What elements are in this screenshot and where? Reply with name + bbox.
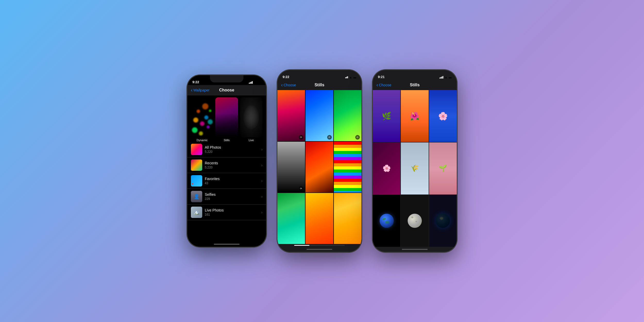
back-arrow-3	[376, 82, 378, 88]
status-icons-1: ▲ ▬	[249, 81, 261, 84]
stills-cell-3-r2c3[interactable]: 🌱	[429, 142, 457, 194]
back-arrow-2	[281, 82, 283, 88]
back-button-1[interactable]: Wallpaper	[191, 87, 209, 93]
favorites-name: Favorites	[205, 177, 259, 181]
nav-bar-3: Choose Stills	[373, 80, 457, 90]
stills-cell-r1c1[interactable]: ⟳	[277, 90, 305, 141]
phone-notch-1	[210, 75, 243, 82]
back-button-3[interactable]: Choose	[376, 82, 391, 88]
stills-cell-3-r2c2[interactable]: 🌾	[401, 142, 428, 194]
recents-name: Recents	[205, 161, 259, 165]
back-label-2: Choose	[284, 83, 296, 87]
selfies-count: 229	[205, 197, 259, 201]
library-item-selfies[interactable]: 👤 Selfies 229 ›	[187, 189, 266, 205]
stills-cell-r3c1[interactable]	[277, 193, 305, 244]
stills-cell-3-r1c1[interactable]: 🌿	[373, 90, 400, 142]
all-photos-count: 5,220	[205, 150, 259, 154]
selfies-name: Selfies	[205, 192, 259, 197]
phone-2-screen: 9:22 ▲ ▬ Choose Stills	[277, 70, 361, 252]
all-photos-info: All Photos 5,220	[202, 145, 261, 154]
status-icons-2: ▲ ▬	[345, 76, 356, 79]
signal-icon-2	[345, 76, 348, 78]
library-item-recents[interactable]: Recents 5,220 ›	[187, 157, 266, 173]
battery-icon-1: ▬	[258, 81, 261, 84]
phone-notch-3	[398, 70, 431, 77]
dynamic-label: Dynamic	[197, 139, 208, 142]
stills-cell-r1c2[interactable]: ⟳	[306, 90, 333, 141]
wifi-icon-3: ▲	[445, 76, 447, 79]
favorites-chevron: ›	[261, 179, 262, 183]
phone-2: 9:22 ▲ ▬ Choose Stills	[277, 70, 362, 252]
live-photos-info: Live Photos 161	[202, 208, 261, 216]
scroll-area-2	[277, 244, 361, 247]
status-time-2: 9:22	[283, 75, 289, 79]
wifi-icon-1: ▲	[254, 81, 257, 84]
stills-thumb	[215, 97, 238, 137]
recents-chevron: ›	[261, 163, 262, 167]
recents-thumb	[191, 159, 202, 171]
stills-cell-r2c2[interactable]	[306, 142, 333, 193]
live-photos-chevron: ›	[261, 210, 262, 214]
favorites-info: Favorites 43	[202, 177, 261, 185]
home-indicator-3	[373, 247, 457, 252]
wifi-icon-2: ▲	[349, 76, 352, 79]
phone-notch-2	[303, 70, 336, 77]
favorites-count: 43	[205, 181, 259, 185]
battery-icon-3: ▬	[449, 76, 452, 79]
home-bar-3	[402, 249, 428, 250]
signal-icon-1	[249, 81, 253, 84]
home-indicator-1	[187, 242, 266, 247]
selfies-chevron: ›	[261, 194, 262, 199]
stills-cell-3-r3c3[interactable]	[429, 195, 457, 247]
moon-orb	[408, 214, 422, 228]
stills-grid-3: 🌿 🌺 🌸 🌸 🌾	[373, 90, 457, 247]
stills-cell-r3c2[interactable]	[306, 193, 333, 244]
category-stills[interactable]: Stills	[215, 97, 238, 142]
category-dynamic[interactable]: Dynamic	[191, 97, 213, 142]
home-bar-2	[307, 249, 332, 250]
recents-info: Recents 5,220	[202, 161, 261, 169]
toggle-r1c1[interactable]: ⟳	[299, 135, 303, 140]
library-item-live-photos[interactable]: 🏔️ Live Photos 161 ›	[187, 205, 266, 220]
stills-cell-3-r3c2[interactable]	[401, 195, 428, 247]
nav-bar-1: Wallpaper Choose	[187, 85, 266, 95]
all-photos-name: All Photos	[205, 145, 259, 149]
category-live[interactable]: Live	[240, 97, 262, 142]
stills-label: Stills	[224, 139, 230, 142]
phone-1: 9:22 ▲ ▬ Wallpaper Choose	[187, 75, 267, 247]
live-thumb	[240, 97, 262, 137]
stills-cell-3-r3c1[interactable]	[373, 195, 400, 247]
live-photos-count: 161	[205, 213, 259, 216]
stills-cell-r3c3[interactable]	[334, 193, 361, 244]
scroll-thumb-2	[294, 245, 309, 246]
library-item-favorites[interactable]: ♥ Favorites 43 ›	[187, 173, 266, 189]
all-photos-thumb	[191, 144, 202, 155]
home-bar-1	[214, 244, 240, 245]
back-arrow-1	[191, 87, 193, 93]
favorites-thumb: ♥	[191, 175, 202, 187]
toggle-r1c2[interactable]: ⟳	[327, 135, 332, 140]
stills-cell-3-r1c3[interactable]: 🌸	[429, 90, 457, 142]
status-time-1: 9:22	[192, 80, 199, 84]
status-time-3: 9:21	[378, 75, 385, 79]
library-item-all-photos[interactable]: All Photos 5,220 ›	[187, 142, 266, 157]
live-photos-name: Live Photos	[205, 208, 259, 212]
stills-cell-r2c1[interactable]: ⟳	[277, 142, 305, 193]
stills-cell-r2c3[interactable]	[334, 142, 361, 193]
toggle-r1c3[interactable]: ⟳	[355, 135, 360, 140]
back-label-3: Choose	[379, 83, 391, 87]
stills-cell-3-r1c2[interactable]: 🌺	[401, 90, 428, 142]
status-icons-3: ▲ ▬	[439, 76, 452, 79]
all-photos-chevron: ›	[261, 147, 262, 151]
live-label: Live	[249, 139, 254, 142]
library-list: All Photos 5,220 › Recents 5,220 › ♥	[187, 142, 266, 242]
stills-cell-3-r2c1[interactable]: 🌸	[373, 142, 400, 194]
stills-cell-r1c3[interactable]: ⟳	[334, 90, 361, 141]
phone-3-screen: 9:21 ▲ ▬ Choose Stills	[373, 70, 457, 252]
stills-grid-2: ⟳ ⟳ ⟳ ⟳	[277, 90, 361, 244]
back-button-2[interactable]: Choose	[281, 82, 296, 88]
dynamic-thumb	[191, 97, 213, 137]
nav-title-3: Stills	[410, 83, 420, 87]
home-indicator-2	[277, 247, 361, 252]
live-photos-thumb: 🏔️	[191, 207, 202, 218]
